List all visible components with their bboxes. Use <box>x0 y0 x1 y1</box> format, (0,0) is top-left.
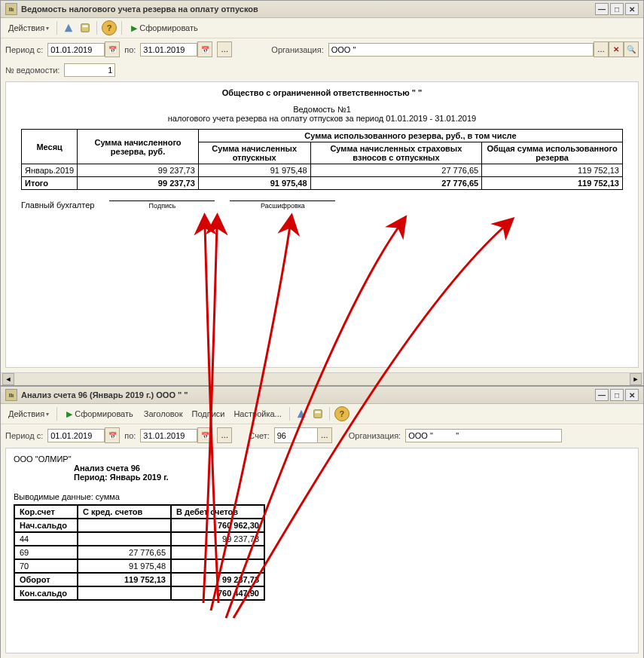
date-from-input[interactable] <box>47 43 105 57</box>
cell-t-ins: 27 776,65 <box>310 177 482 190</box>
form-button[interactable]: ▶ Сформировать <box>62 408 138 421</box>
col-kred: С кред. счетов <box>78 505 171 519</box>
table-row: 69 27 776,65 <box>14 546 264 559</box>
period-from-label: Период с: <box>5 45 43 54</box>
params-row-2: № ведомости: <box>1 60 643 80</box>
maximize-button[interactable]: □ <box>610 3 624 15</box>
calendar-icon[interactable]: 📅 <box>197 427 212 443</box>
cell-total: 119 752,13 <box>482 164 623 177</box>
calc-icon[interactable] <box>311 407 325 421</box>
close-button[interactable]: ✕ <box>625 3 639 15</box>
cell-44: 44 <box>14 532 78 546</box>
calendar-icon[interactable]: 📅 <box>197 41 212 57</box>
window-title-2: Анализ счета 96 (Январь 2019 г.) ООО " " <box>21 390 188 399</box>
col-accrued: Сумма начисленного резерва, руб. <box>78 130 199 164</box>
decode-line: Расшифровка <box>230 200 335 210</box>
cell-turn-label: Оборот <box>14 573 78 586</box>
cell-end-deb: 760 447,90 <box>171 586 264 600</box>
table-row: 70 91 975,48 <box>14 559 264 573</box>
table-row: 44 99 237,73 <box>14 532 264 546</box>
period-from-label: Период с: <box>5 431 43 440</box>
cell-itogo: Итого <box>22 177 78 190</box>
params-row-1: Период с: 📅 по: 📅 … Организация: … ✕ 🔍 <box>1 38 643 60</box>
cell-end-label: Кон.сальдо <box>14 586 78 600</box>
minimize-button[interactable]: — <box>595 3 609 15</box>
scroll-left-icon[interactable]: ◄ <box>2 373 14 385</box>
params-row-w2: Период с: 📅 по: 📅 … Счет: … Организация: <box>1 424 643 446</box>
org-label: Организация: <box>349 431 401 440</box>
calendar-icon[interactable]: 📅 <box>105 41 120 57</box>
report-2-content: ООО "ОЛМИР" Анализ счета 96 Период: Янва… <box>6 448 638 607</box>
cell-t-accrued: 99 237,73 <box>78 177 199 190</box>
actions-label: Действия <box>8 23 44 32</box>
period-to-label: по: <box>124 431 136 440</box>
play-icon: ▶ <box>66 409 72 419</box>
hscrollbar-1[interactable]: ◄ ► <box>1 372 643 385</box>
settings-button[interactable]: Настройка... <box>230 408 284 420</box>
calc-icon[interactable] <box>78 21 92 35</box>
account-input[interactable] <box>274 427 317 443</box>
org-dots-button[interactable]: … <box>594 41 609 57</box>
report-period-line: налогового учета резерва на оплату отпус… <box>21 114 623 123</box>
org-label: Организация: <box>271 45 323 54</box>
toolbar-1: Действия ▾ ? ▶ Сформировать <box>1 18 643 38</box>
cell-month: Январь.2019 <box>22 164 78 177</box>
date-to-input[interactable] <box>140 43 197 57</box>
table-row: Нач.сальдо 760 962,30 <box>14 519 264 532</box>
svg-rect-3 <box>315 412 320 414</box>
form-label: Сформировать <box>139 23 198 32</box>
window-vedomost: llı Ведомость налогового учета резерва н… <box>0 0 644 386</box>
cell-44-deb: 99 237,73 <box>171 532 264 546</box>
svg-rect-0 <box>81 24 90 32</box>
date-from-input[interactable] <box>47 429 105 442</box>
toolbar-2: Действия ▾ ▶ Сформировать Заголовок Подп… <box>1 404 643 424</box>
subaccounts-button[interactable]: Подписи <box>188 408 227 420</box>
cell-t-vac: 91 975,48 <box>198 177 310 190</box>
actions-label: Действия <box>8 409 44 418</box>
actions-menu[interactable]: Действия ▾ <box>5 408 52 420</box>
sign-line: Подпись <box>109 200 215 210</box>
cell-ins: 27 776,65 <box>310 164 482 177</box>
period-picker-button[interactable]: … <box>217 427 232 443</box>
cell-vac: 91 975,48 <box>198 164 310 177</box>
form-button[interactable]: ▶ Сформировать <box>127 22 203 35</box>
header-button[interactable]: Заголовок <box>141 408 186 420</box>
org-clear-button[interactable]: ✕ <box>609 41 624 57</box>
close-button[interactable]: ✕ <box>625 389 639 401</box>
app-icon: llı <box>5 389 17 401</box>
prev-toolbar-icon[interactable] <box>62 21 75 35</box>
svg-rect-1 <box>83 26 88 28</box>
org-input[interactable] <box>405 429 562 442</box>
calendar-icon[interactable]: 📅 <box>105 427 120 443</box>
col-vac: Сумма начисленных отпускных <box>198 142 310 164</box>
help-button[interactable]: ? <box>102 20 117 35</box>
col-total-used: Общая сумма использованного резерва <box>482 142 623 164</box>
table-row-total: Итого 99 237,73 91 975,48 27 776,65 119 … <box>22 177 623 190</box>
org-input[interactable] <box>328 43 594 57</box>
report-subtitle: Ведомость №1 <box>21 105 623 114</box>
scroll-right-icon[interactable]: ► <box>630 373 642 385</box>
play-icon: ▶ <box>131 23 137 33</box>
cell-70: 70 <box>14 559 78 573</box>
help-button[interactable]: ? <box>334 406 349 421</box>
actions-menu[interactable]: Действия ▾ <box>5 22 52 34</box>
report-period: Период: Январь 2019 г. <box>74 473 169 482</box>
account-dots-button[interactable]: … <box>317 427 332 443</box>
org-lookup-button[interactable]: 🔍 <box>624 41 639 57</box>
cell-turn-deb: 99 237,73 <box>171 573 264 586</box>
col-ins: Сумма начисленных страховых взносов с от… <box>310 142 482 164</box>
minimize-button[interactable]: — <box>595 389 609 401</box>
maximize-button[interactable]: □ <box>610 389 624 401</box>
col-month: Месяц <box>22 130 78 164</box>
table-row: Кон.сальдо 760 447,90 <box>14 586 264 600</box>
report-title: Анализ счета 96 <box>74 464 140 473</box>
triangle-icon[interactable] <box>295 407 308 421</box>
cell-69-kred: 27 776,65 <box>78 546 171 559</box>
date-to-input[interactable] <box>140 429 197 442</box>
cell-t-total: 119 752,13 <box>482 177 623 190</box>
window-analysis: llı Анализ счета 96 (Январь 2019 г.) ООО… <box>0 386 644 658</box>
num-input[interactable] <box>64 63 115 77</box>
app-icon: llı <box>5 3 17 15</box>
window-title-1: Ведомость налогового учета резерва на оп… <box>21 5 258 14</box>
period-picker-button[interactable]: … <box>217 41 232 57</box>
